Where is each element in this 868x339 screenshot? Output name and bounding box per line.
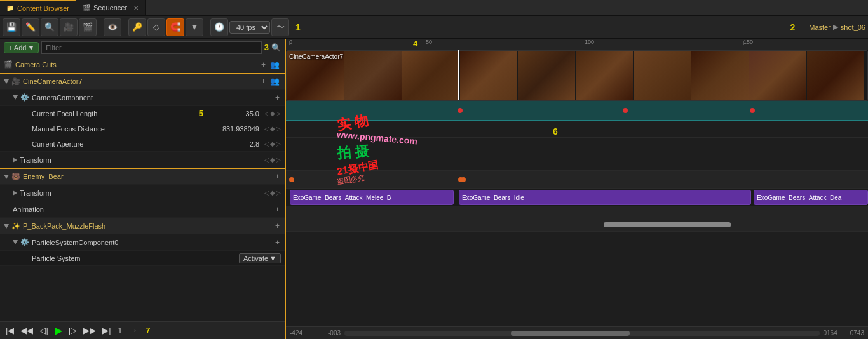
slate-button[interactable]: 🎬	[79, 18, 97, 36]
toolbar-num2: 2	[785, 22, 800, 32]
lock-cine-icon[interactable]: 👥	[269, 77, 281, 86]
tl-row-focal	[286, 121, 868, 138]
ruler-150: 150	[743, 39, 753, 45]
clock-button[interactable]: 🕐	[210, 18, 228, 36]
playback-section7: 7	[142, 326, 154, 335]
breadcrumb-shot[interactable]: shot_06	[841, 23, 865, 31]
separator1	[100, 20, 100, 35]
track-aperture[interactable]: Current Aperture 2.8 ◁ ◆ ▷	[0, 136, 285, 152]
timeline-scrollbar-thumb	[511, 331, 630, 336]
breadcrumb-master[interactable]: Master	[809, 23, 831, 31]
track-cine-camera[interactable]: 🎥 CineCameraActor7 + 👥	[0, 73, 285, 90]
add-button[interactable]: + Add ▼	[4, 42, 39, 53]
activate-button[interactable]: Activate ▼	[239, 253, 281, 263]
track-particle-system[interactable]: Particle System Activate ▼	[0, 251, 285, 266]
tab-content-browser-label: Content Browser	[17, 4, 69, 12]
track-transform1[interactable]: Transform ◁ ◆ ▷	[0, 152, 285, 168]
tr2-kf-next-icon[interactable]: ▷	[276, 189, 281, 196]
add-cam-icon[interactable]: +	[274, 93, 281, 102]
tr1-kf-prev-icon[interactable]: ◁	[264, 156, 269, 163]
prev-frame-button[interactable]: ◀◀	[18, 326, 35, 335]
tr2-kf-prev-icon[interactable]: ◁	[264, 189, 269, 196]
kf-add-icon[interactable]: ◆	[270, 110, 275, 117]
film-frame-10	[807, 51, 864, 100]
add-anim-icon[interactable]: +	[274, 205, 281, 214]
timeline-scrollbar[interactable]	[344, 331, 819, 336]
ruler-marks: 0 50 4 100 150	[286, 39, 868, 50]
forward-button[interactable]: →	[127, 326, 139, 335]
add-backpack-icon[interactable]: +	[274, 222, 281, 230]
tl-row-camera: CineCameraActor7	[286, 50, 868, 101]
anim-actions: +	[274, 205, 281, 214]
add-label: + Add	[8, 44, 26, 51]
track-camera-component[interactable]: ⚙️ CameraComponent +	[0, 90, 285, 106]
skip-end-button[interactable]: ▶|	[100, 326, 112, 335]
fps-select[interactable]: 40 fps 30 fps 24 fps	[229, 21, 270, 34]
tl-row-aperture	[286, 154, 868, 171]
clip-bears-attack2: ExoGame_Bears_Attack_Dea	[754, 190, 868, 205]
add-cine-icon[interactable]: +	[260, 77, 267, 86]
film-frame-3	[402, 51, 459, 100]
track-particle-comp[interactable]: ⚙️ ParticleSystemComponent0 +	[0, 234, 285, 251]
tl-row-focus	[286, 138, 868, 154]
tab-content-browser[interactable]: 📁 Content Browser	[0, 0, 76, 15]
add-particle-comp-icon[interactable]: +	[274, 238, 281, 247]
ap-kf-next-icon[interactable]: ▷	[276, 140, 281, 147]
tab-close-icon[interactable]: ✕	[133, 4, 139, 11]
filter-input[interactable]	[41, 41, 261, 54]
clip-bears-attack2-label: ExoGame_Bears_Attack_Dea	[757, 194, 841, 201]
track-backpack[interactable]: ✨ P_BackPack_MuzzleFlash +	[0, 218, 285, 234]
collapse-particle-icon	[13, 240, 18, 244]
focus-distance-value: 831.938049	[208, 125, 259, 133]
kf-next-icon[interactable]: ▷	[276, 110, 281, 117]
track-enemy-bear[interactable]: 🐻 Enemy_Bear +	[0, 168, 285, 185]
focus-keyframe-btns: ◁ ◆ ▷	[264, 125, 281, 132]
timeline-ruler: 0 50 4 100 150	[286, 39, 868, 50]
focus-kf-prev-icon[interactable]: ◁	[264, 125, 269, 132]
track-transform2[interactable]: Transform ◁ ◆ ▷	[0, 185, 285, 201]
step-fwd-button[interactable]: |▷	[67, 326, 79, 335]
view-button[interactable]: 👁️	[104, 18, 121, 36]
skip-start-button[interactable]: |◀	[4, 326, 16, 335]
search-button[interactable]: 🔍	[41, 18, 58, 36]
tr2-kf-add-icon[interactable]: ◆	[270, 189, 275, 196]
camera-cuts-icon: 🎬	[4, 60, 13, 69]
magnet-button[interactable]: 🧲	[166, 18, 184, 36]
play-button[interactable]: ▶	[53, 324, 64, 336]
section-3-label: 3	[264, 43, 269, 52]
backpack-label: P_BackPack_MuzzleFlash	[23, 222, 274, 230]
track-animation[interactable]: Animation +	[0, 201, 285, 218]
track-focus-distance[interactable]: Manual Focus Distance 831.938049 ◁ ◆ ▷	[0, 121, 285, 136]
kf-prev-icon[interactable]: ◁	[264, 110, 269, 117]
transform1-keyframe-btns: ◁ ◆ ▷	[264, 156, 281, 163]
tr1-kf-next-icon[interactable]: ▷	[276, 156, 281, 163]
track-camera-cuts[interactable]: 🎬 Camera Cuts + 👥	[0, 56, 285, 73]
snap-dropdown[interactable]: ▼	[186, 18, 203, 36]
timeline-content[interactable]: CineCameraActor7	[286, 50, 868, 326]
ap-kf-prev-icon[interactable]: ◁	[264, 140, 269, 147]
separator3	[207, 20, 207, 35]
key-button[interactable]: 🔑	[128, 18, 146, 36]
movie-button[interactable]: 🎥	[60, 18, 78, 36]
add-bear-icon[interactable]: +	[274, 172, 281, 181]
add-track-icon[interactable]: +	[260, 60, 267, 69]
undo-button[interactable]: ✏️	[22, 18, 39, 36]
curve-button[interactable]: 〜	[271, 18, 289, 36]
focus-kf-add-icon[interactable]: ◆	[270, 125, 275, 132]
collapse-backpack-icon	[4, 224, 9, 229]
tr1-kf-add-icon[interactable]: ◆	[270, 156, 275, 163]
save-button[interactable]: 💾	[3, 18, 20, 36]
ap-kf-add-icon[interactable]: ◆	[270, 140, 275, 147]
timeline-tracks: CineCameraActor7	[286, 50, 868, 232]
next-frame-button[interactable]: ▶▶	[81, 326, 98, 335]
filter-search-icon[interactable]: 🔍	[271, 43, 281, 52]
tab-sequencer[interactable]: 🎬 Sequencer ✕	[76, 0, 146, 15]
cine-camera-label: CineCameraActor7	[23, 77, 260, 85]
track-focal-length[interactable]: Current Focal Length 5 35.0 ◁ ◆ ▷	[0, 106, 285, 121]
transform2-label: Transform	[20, 189, 264, 197]
lock-track-icon[interactable]: 👥	[269, 60, 281, 69]
focus-kf-next-icon[interactable]: ▷	[276, 125, 281, 132]
diamond-button[interactable]: ◇	[147, 18, 165, 36]
step-back-button[interactable]: ◁|	[37, 326, 50, 335]
film-frame-4	[460, 51, 517, 100]
